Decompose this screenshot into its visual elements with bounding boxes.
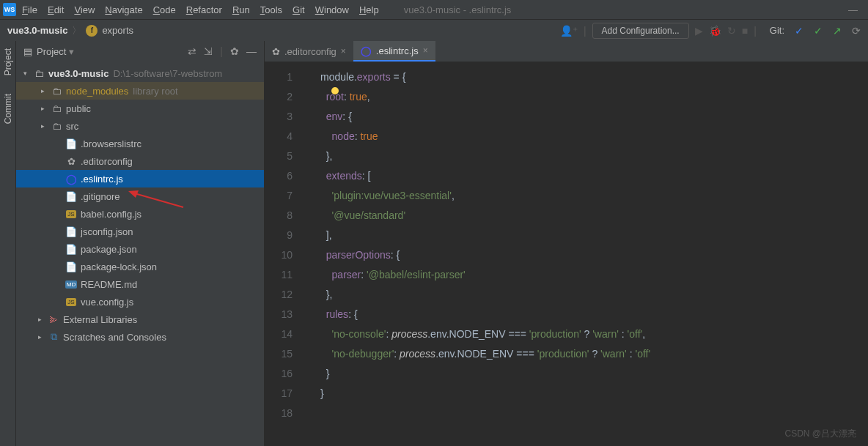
sidebar-tab-commit[interactable]: Commit bbox=[3, 94, 13, 124]
tree-item-vue-config-js[interactable]: JSvue.config.js bbox=[16, 293, 264, 311]
debug-icon[interactable]: 🐞 bbox=[709, 25, 721, 37]
run-icon[interactable]: ▶ bbox=[695, 25, 703, 37]
project-icon: ▤ bbox=[23, 46, 32, 57]
tree-item-package-json[interactable]: 📄package.json bbox=[16, 240, 264, 258]
tree-root[interactable]: ▾🗀vue3.0-musicD:\1-software\7-webstrom bbox=[16, 64, 264, 82]
window-title: vue3.0-music - .eslintrc.js bbox=[404, 4, 512, 15]
menu-help[interactable]: Help bbox=[359, 4, 379, 15]
tree-item-jsconfig-json[interactable]: 📄jsconfig.json bbox=[16, 223, 264, 240]
line-gutter: 123456789101112131415161718 bbox=[265, 62, 300, 446]
tree-item--gitignore[interactable]: 📄.gitignore bbox=[16, 187, 264, 205]
git-update-icon[interactable]: ✓ bbox=[795, 25, 803, 37]
tree-item-README-md[interactable]: MDREADME.md bbox=[16, 275, 264, 293]
code-line[interactable]: parserOptions: { bbox=[320, 245, 650, 265]
eslint-icon: ◯ bbox=[361, 45, 372, 56]
fold-gutter bbox=[300, 62, 315, 446]
git-history-icon[interactable]: ⟳ bbox=[852, 25, 861, 37]
minimize-icon[interactable]: — bbox=[848, 4, 858, 15]
file-icon: MD bbox=[65, 280, 78, 289]
tree-item-package-lock-json[interactable]: 📄package-lock.json bbox=[16, 258, 264, 275]
hide-icon[interactable]: — bbox=[246, 45, 257, 57]
file-icon: 📄 bbox=[65, 191, 78, 202]
project-header-label[interactable]: Project bbox=[37, 46, 66, 57]
menu-window[interactable]: Window bbox=[315, 4, 349, 15]
code-line[interactable]: module.exports = { bbox=[320, 67, 650, 87]
sidebar-tab-project[interactable]: Project bbox=[3, 48, 13, 75]
code-line[interactable]: extends: [ bbox=[320, 166, 650, 186]
close-tab-icon[interactable]: × bbox=[423, 45, 428, 56]
tree-item--editorconfig[interactable]: ✿.editorconfig bbox=[16, 152, 264, 170]
dropdown-icon[interactable]: ▾ bbox=[69, 46, 74, 57]
file-icon: 🗀 bbox=[50, 86, 63, 97]
tree-item--browserslistrc[interactable]: 📄.browserslistrc bbox=[16, 135, 264, 152]
code-line[interactable]: 'no-debugger': process.env.NODE_ENV === … bbox=[320, 344, 650, 364]
breadcrumb-symbol[interactable]: exports bbox=[102, 25, 133, 36]
menu-run[interactable]: Run bbox=[232, 4, 250, 15]
file-icon: 📄 bbox=[65, 261, 78, 272]
code-line[interactable]: root: true, bbox=[320, 87, 650, 107]
code-line[interactable]: rules: { bbox=[320, 305, 650, 324]
file-icon: ✿ bbox=[65, 156, 78, 167]
project-panel-header: ▤ Project ▾ ⇄ ⇲ | ✿ — bbox=[16, 41, 264, 62]
code-line[interactable]: env: { bbox=[320, 107, 650, 127]
tree-item-babel-config-js[interactable]: JSbabel.config.js bbox=[16, 205, 264, 223]
add-configuration-button[interactable]: Add Configuration... bbox=[592, 23, 689, 39]
watermark: CSDN @吕大漂亮 bbox=[784, 428, 856, 440]
lightbulb-icon[interactable] bbox=[331, 87, 339, 94]
close-tab-icon[interactable]: × bbox=[341, 46, 346, 56]
tree-item--eslintrc-js[interactable]: ◯.eslintrc.js bbox=[16, 170, 264, 187]
navbar: vue3.0-music 〉 f exports 👤⁺ | Add Config… bbox=[0, 19, 868, 41]
tab--eslintrc-js[interactable]: ◯.eslintrc.js× bbox=[353, 41, 435, 62]
menu-navigate[interactable]: Navigate bbox=[105, 4, 142, 15]
code-area[interactable]: 123456789101112131415161718 module.expor… bbox=[265, 62, 868, 446]
file-icon: 📄 bbox=[65, 244, 78, 255]
menu-code[interactable]: Code bbox=[153, 4, 176, 15]
file-icon: ◯ bbox=[65, 174, 78, 185]
coverage-icon[interactable]: ↻ bbox=[727, 25, 736, 37]
code-line[interactable]: }, bbox=[320, 285, 650, 305]
menu-git[interactable]: Git bbox=[293, 4, 305, 15]
project-panel: ▤ Project ▾ ⇄ ⇲ | ✿ — ▾🗀vue3.0-musicD:\1… bbox=[16, 41, 265, 446]
code-line[interactable]: } bbox=[320, 384, 650, 404]
git-commit-icon[interactable]: ✓ bbox=[814, 25, 823, 37]
tree-item-node_modules[interactable]: ▸🗀node_modules library root bbox=[16, 82, 264, 100]
file-icon: 📄 bbox=[65, 138, 78, 149]
source[interactable]: module.exports = { root: true, env: { no… bbox=[315, 62, 650, 446]
tool-sidebar: Project Commit bbox=[0, 41, 16, 446]
expand-icon[interactable]: ⇲ bbox=[204, 45, 213, 57]
tab--editorconfig[interactable]: ✿.editorconfig× bbox=[265, 41, 353, 62]
menu-tools[interactable]: Tools bbox=[260, 4, 282, 15]
git-push-icon[interactable]: ↗ bbox=[833, 25, 842, 37]
user-add-icon[interactable]: 👤⁺ bbox=[560, 25, 578, 37]
code-line[interactable]: 'plugin:vue/vue3-essential', bbox=[320, 186, 650, 206]
settings-icon[interactable]: ✿ bbox=[230, 45, 239, 57]
breadcrumb-project[interactable]: vue3.0-music bbox=[7, 25, 67, 36]
code-line[interactable]: } bbox=[320, 364, 650, 384]
code-line[interactable] bbox=[320, 404, 650, 423]
code-line[interactable]: node: true bbox=[320, 127, 650, 146]
editor-tabs: ✿.editorconfig×◯.eslintrc.js× bbox=[265, 41, 868, 62]
menu-refactor[interactable]: Refactor bbox=[186, 4, 222, 15]
menu-file[interactable]: File bbox=[22, 4, 37, 15]
tree-item-public[interactable]: ▸🗀public bbox=[16, 100, 264, 117]
code-line[interactable]: }, bbox=[320, 146, 650, 166]
tree-extra[interactable]: ▸⫸External Libraries bbox=[16, 311, 264, 328]
select-opened-icon[interactable]: ⇄ bbox=[188, 45, 196, 57]
folder-icon: 🗀 bbox=[32, 68, 45, 79]
breadcrumb: vue3.0-music 〉 f exports bbox=[7, 24, 133, 37]
code-line[interactable]: '@vue/standard' bbox=[320, 206, 650, 226]
code-line[interactable]: parser: '@babel/eslint-parser' bbox=[320, 265, 650, 285]
function-icon: f bbox=[86, 25, 98, 37]
tree-extra[interactable]: ▸⧉Scratches and Consoles bbox=[16, 328, 264, 346]
file-icon: 🗀 bbox=[50, 103, 63, 114]
menu-view[interactable]: View bbox=[74, 4, 95, 15]
git-label: Git: bbox=[770, 25, 784, 36]
menu-edit[interactable]: Edit bbox=[48, 4, 64, 15]
tree-item-src[interactable]: ▸🗀src bbox=[16, 117, 264, 135]
editor: ✿.editorconfig×◯.eslintrc.js× 1234567891… bbox=[265, 41, 868, 446]
code-line[interactable]: 'no-console': process.env.NODE_ENV === '… bbox=[320, 324, 650, 344]
window-controls: — bbox=[848, 4, 865, 15]
code-line[interactable]: ], bbox=[320, 226, 650, 245]
gear-icon: ✿ bbox=[272, 46, 280, 57]
stop-icon[interactable]: ■ bbox=[742, 25, 748, 37]
